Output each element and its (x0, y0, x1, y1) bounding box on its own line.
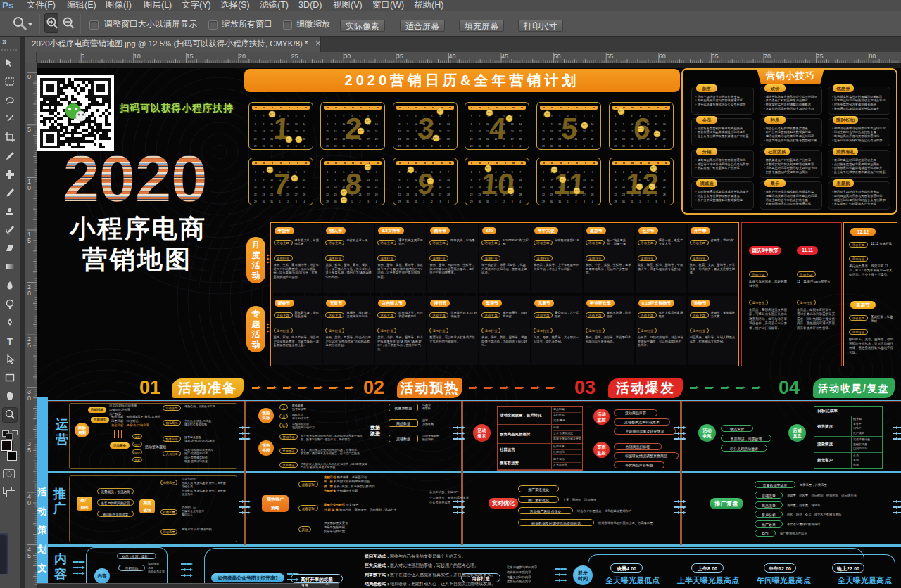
svg-text:5: 5 (27, 552, 31, 559)
svg-text:50: 50 (554, 53, 561, 60)
svg-text:60: 60 (659, 53, 666, 60)
svg-text:45: 45 (501, 53, 508, 60)
svg-text:5: 5 (27, 126, 31, 133)
svg-text:10: 10 (134, 53, 141, 60)
svg-text:5: 5 (27, 237, 31, 244)
svg-text:55: 55 (606, 53, 613, 60)
svg-text:5: 5 (81, 53, 84, 60)
svg-text:25: 25 (291, 53, 298, 60)
svg-text:15: 15 (186, 53, 193, 60)
svg-text:20: 20 (239, 53, 246, 60)
svg-text:80: 80 (869, 53, 876, 60)
svg-text:0: 0 (27, 73, 31, 80)
svg-text:70: 70 (764, 53, 771, 60)
svg-text:0: 0 (27, 290, 31, 297)
svg-text:0: 0 (27, 395, 31, 402)
svg-text:0: 0 (27, 499, 31, 506)
svg-text:35: 35 (396, 53, 403, 60)
svg-text:5: 5 (27, 342, 31, 349)
svg-text:5: 5 (27, 447, 31, 454)
svg-text:40: 40 (448, 53, 455, 60)
svg-text:65: 65 (711, 53, 718, 60)
svg-text:0: 0 (27, 184, 31, 191)
svg-text:30: 30 (344, 53, 351, 60)
svg-text:75: 75 (817, 53, 824, 60)
svg-text:T: T (7, 336, 13, 347)
